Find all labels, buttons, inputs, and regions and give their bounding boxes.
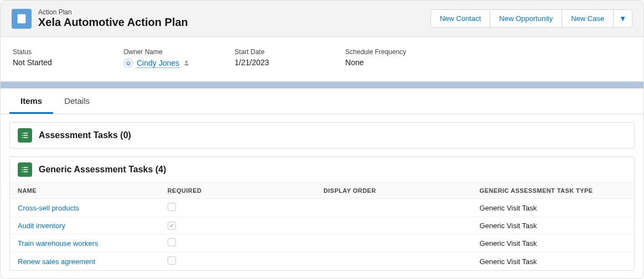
col-type[interactable]: Generic Assessment Task Type (472, 183, 634, 199)
field-schedule: Schedule Frequency None (345, 48, 412, 68)
task-type-cell: Generic Visit Task (472, 217, 634, 234)
new-case-button[interactable]: New Case (562, 9, 614, 28)
tab-items[interactable]: Items (9, 88, 53, 114)
field-label: Schedule Frequency (345, 48, 412, 56)
new-opportunity-button[interactable]: New Opportunity (490, 9, 562, 28)
col-required[interactable]: Required (160, 183, 316, 199)
field-owner: Owner Name ☺ Cindy Jones (123, 48, 190, 68)
card-header: Assessment Tasks (0) (10, 123, 634, 148)
change-owner-icon[interactable] (183, 59, 190, 67)
required-checkbox (168, 238, 176, 246)
task-link[interactable]: Audit inventory (18, 222, 65, 230)
header-actions: New Contact New Opportunity New Case ▼ (430, 9, 632, 28)
required-checkbox (168, 222, 176, 230)
object-label: Action Plan (38, 8, 188, 16)
task-link[interactable]: Cross-sell products (18, 204, 79, 212)
tab-details[interactable]: Details (53, 88, 101, 114)
task-type-cell: Generic Visit Task (472, 234, 634, 252)
header-titles: Action Plan Xela Automotive Action Plan (38, 8, 188, 29)
field-value: None (345, 58, 412, 67)
col-display-order[interactable]: Display Order (316, 183, 472, 199)
card-header: Generic Assessment Tasks (4) (10, 157, 634, 182)
tabs: Items Details (1, 88, 643, 114)
task-type-cell: Generic Visit Task (472, 199, 634, 217)
field-label: Status (13, 48, 79, 56)
display-order-cell (316, 252, 472, 271)
owner-link[interactable]: Cindy Jones (137, 59, 179, 68)
more-actions-button[interactable]: ▼ (613, 9, 632, 28)
field-value: Not Started (13, 58, 79, 67)
section-title: Generic Assessment Tasks (4) (39, 165, 166, 175)
table-header-row: Name Required Display Order Generic Asse… (10, 183, 634, 199)
task-list-icon (18, 128, 32, 143)
tab-content: Assessment Tasks (0) Generic Assessment … (1, 114, 643, 278)
avatar: ☺ (123, 58, 133, 68)
field-value: ☺ Cindy Jones (123, 58, 190, 68)
display-order-cell (316, 199, 472, 217)
section-title: Assessment Tasks (0) (39, 130, 131, 140)
table-row: Cross-sell productsGeneric Visit Task (10, 199, 634, 217)
generic-tasks-card: Generic Assessment Tasks (4) Name Requir… (9, 156, 635, 271)
action-plan-icon (12, 9, 32, 29)
generic-tasks-table: Name Required Display Order Generic Asse… (10, 182, 634, 270)
header-left: Action Plan Xela Automotive Action Plan (12, 8, 188, 29)
divider-band (1, 82, 643, 88)
display-order-cell (316, 217, 472, 234)
highlights-panel: Status Not Started Owner Name ☺ Cindy Jo… (1, 37, 643, 82)
new-contact-button[interactable]: New Contact (430, 9, 490, 28)
task-list-icon (18, 162, 32, 177)
required-checkbox (168, 256, 176, 265)
field-start-date: Start Date 1/21/2023 (235, 48, 301, 68)
task-link[interactable]: Renew sales agreement (18, 257, 95, 266)
field-value: 1/21/2023 (235, 58, 301, 67)
page-header: Action Plan Xela Automotive Action Plan … (1, 1, 643, 37)
table-row: Train warehouse workersGeneric Visit Tas… (10, 234, 634, 252)
field-label: Owner Name (123, 48, 190, 56)
table-row: Renew sales agreementGeneric Visit Task (10, 252, 634, 271)
field-status: Status Not Started (13, 48, 79, 68)
chevron-down-icon: ▼ (619, 14, 626, 23)
task-type-cell: Generic Visit Task (472, 252, 634, 271)
field-label: Start Date (235, 48, 301, 56)
display-order-cell (316, 234, 472, 252)
assessment-tasks-card: Assessment Tasks (0) (9, 122, 635, 149)
task-link[interactable]: Train warehouse workers (18, 239, 98, 248)
table-row: Audit inventoryGeneric Visit Task (10, 217, 634, 234)
page-title: Xela Automotive Action Plan (38, 16, 188, 29)
col-name[interactable]: Name (10, 183, 160, 199)
required-checkbox (168, 203, 176, 211)
